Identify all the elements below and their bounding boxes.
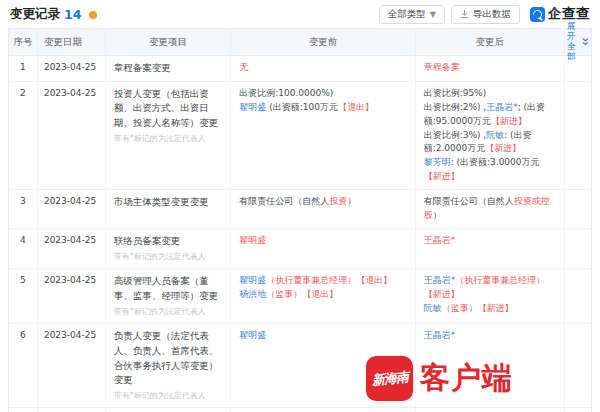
cell-text-segment: (出资额:100万元: [266, 102, 338, 112]
expand-cell: [564, 56, 591, 81]
header-col-before: 变更前: [230, 29, 414, 55]
cell-text-segment: 【新进】: [485, 143, 521, 153]
export-button[interactable]: 导出数据: [451, 5, 520, 24]
table-row: 72023-04-25财务负责人变更郝培霞 (财务负责人)黎芳明 (财务负责人): [9, 408, 591, 412]
change-date: 2023-04-25: [37, 190, 105, 228]
toolbar: 全部类型 ▼ 导出数据 企查查: [379, 5, 590, 24]
entity-link[interactable]: 杨洪地: [239, 289, 266, 299]
after-change-cell: 有限责任公司（自然人投资或控股）: [415, 190, 564, 228]
change-item-cell: 财务负责人变更: [105, 408, 231, 412]
cell-text-segment: 有限责任公司（自然人: [239, 196, 329, 206]
hot-dot-icon: [89, 11, 97, 19]
entity-link[interactable]: 翟明盛: [239, 275, 266, 285]
chevron-down-icon: ▼: [430, 10, 436, 19]
after-change-cell: 出资比例:95%)出资比例:2%) ,王晶岩*; (出资额:95.0000万元【…: [415, 82, 564, 190]
page-title: 变更记录: [10, 6, 60, 23]
xinhainan-logo-icon: 新海南: [366, 356, 413, 401]
change-date: 2023-04-25: [37, 56, 105, 81]
entity-link[interactable]: 王晶岩*: [424, 275, 456, 285]
cell-text-segment: 有限责任公司（自然人: [424, 196, 514, 206]
type-filter-label: 全部类型: [388, 8, 426, 21]
table-row: 22023-04-25投资人变更（包括出资额、出资方式、出资日期、投资人名称等）…: [9, 82, 591, 191]
change-item-cell: 高级管理人员备案（董事、监事、经理等）变更带有*标记的为法定代表人: [105, 269, 231, 323]
cell-text-segment: 王晶岩*: [424, 235, 456, 245]
record-count: 14: [64, 7, 81, 22]
cell-line: 有限责任公司（自然人投资）: [239, 195, 406, 209]
change-item-label: 市场主体类型变更变更: [114, 195, 223, 210]
entity-link[interactable]: 王晶岩*: [424, 330, 456, 340]
change-item-label: 章程备案变更: [114, 61, 223, 76]
cell-text-segment: ）: [433, 210, 442, 220]
header-col-date: 变更日期: [37, 29, 105, 55]
before-change-cell: 无: [230, 56, 414, 81]
header-col-item: 变更项目: [105, 29, 231, 55]
cell-line: 翟明盛 (出资额:100万元【退出】: [239, 101, 406, 115]
change-item-cell: 投资人变更（包括出资额、出资方式、出资日期、投资人名称等）变更带有*标记的为法定…: [105, 82, 231, 190]
entity-link[interactable]: 黎芳明: [424, 157, 451, 167]
entity-link[interactable]: 翟明盛: [239, 330, 266, 340]
qichacha-logo: 企查查: [530, 5, 590, 23]
change-date: 2023-04-25: [37, 324, 105, 407]
cell-line: 出资比例:2%) ,王晶岩*; (出资额:95.0000万元【新进】: [424, 101, 556, 129]
row-number: 5: [9, 269, 37, 323]
xinhainan-logo-text: 新海南: [371, 368, 409, 390]
entity-link[interactable]: 阮敏: [424, 303, 442, 313]
cell-text-segment: 章程备案: [424, 62, 460, 72]
row-number: 6: [9, 324, 37, 407]
entity-link[interactable]: 翟明盛: [239, 102, 266, 112]
row-number: 1: [9, 56, 37, 81]
cell-text-segment: 【新进】: [424, 289, 460, 299]
cell-text-segment: （监事）: [442, 303, 478, 313]
before-change-cell: 出资比例:100.0000%)翟明盛 (出资额:100万元【退出】: [230, 82, 414, 190]
cell-text-segment: 投资: [329, 196, 347, 206]
change-record-table: 序号 变更日期 变更项目 变更前 变更后 展开 全部 12023-04-25章程…: [8, 28, 592, 412]
after-change-cell: 王晶岩*: [415, 229, 564, 268]
cell-line: 黎芳明: (出资额:3.0000万元【新进】: [424, 156, 556, 184]
watermark-label: 客户端: [420, 358, 513, 399]
change-item-label: 投资人变更（包括出资额、出资方式、出资日期、投资人名称等）变更: [114, 87, 223, 131]
expand-cell: [564, 324, 591, 407]
cell-text-segment: （监事）: [266, 289, 302, 299]
before-change-cell: 翟明盛（执行董事兼总经理）【退出】杨洪地（监事）【退出】: [230, 269, 414, 323]
change-item-cell: 联络员备案变更带有*标记的为法定代表人: [105, 229, 231, 268]
table-header-row: 序号 变更日期 变更项目 变更前 变更后 展开 全部: [9, 29, 591, 56]
header-bar: 变更记录 14 全部类型 ▼ 导出数据 企查查: [0, 0, 600, 27]
cell-line: 阮敏（监事）【新进】: [424, 302, 556, 316]
cell-line: 王晶岩*（执行董事兼总经理）【新进】: [424, 274, 556, 302]
cell-line: 翟明盛（执行董事兼总经理）【退出】: [239, 274, 406, 288]
cell-line: 出资比例:3%) ,阮敏: (出资额:2.0000万元【新进】: [424, 129, 556, 157]
cell-text-segment: 无: [239, 62, 248, 72]
double-chevron-down-icon: [582, 37, 589, 47]
cell-text-segment: 翟明盛: [239, 235, 266, 245]
change-item-cell: 市场主体类型变更变更: [105, 190, 231, 228]
cell-line: 无: [239, 61, 406, 75]
watermark: 新海南 客户端: [366, 356, 513, 401]
row-number: 4: [9, 229, 37, 268]
cell-line: 王晶岩*: [424, 234, 556, 248]
cell-text-segment: 出资比例:100.0000%): [239, 88, 333, 98]
header-col-index: 序号: [9, 29, 37, 55]
cell-line: 王晶岩*: [424, 329, 556, 343]
change-date: 2023-04-25: [37, 408, 105, 412]
entity-link[interactable]: 阮敏: [486, 130, 504, 140]
cell-line: 杨洪地（监事）【退出】: [239, 288, 406, 302]
cell-text-segment: 【退出】: [302, 289, 338, 299]
cell-text-segment: 出资比例:2%) ,: [424, 102, 487, 112]
download-icon: [460, 10, 469, 19]
expand-all-label-1: 展开: [567, 22, 581, 42]
change-date: 2023-04-25: [37, 269, 105, 323]
cell-text-segment: 【退出】: [338, 102, 374, 112]
after-change-cell: 王晶岩*（执行董事兼总经理）【新进】阮敏（监事）【新进】: [415, 269, 564, 323]
row-number: 2: [9, 82, 37, 190]
change-item-cell: 负责人变更（法定代表人、负责人、首席代表、合伙事务执行人等变更）变更带有*标记的…: [105, 324, 231, 407]
entity-link[interactable]: 王晶岩*: [486, 102, 518, 112]
legal-rep-note: 带有*标记的为法定代表人: [114, 390, 223, 402]
cell-text-segment: 出资比例:3%) ,: [424, 130, 487, 140]
type-filter-button[interactable]: 全部类型 ▼: [379, 5, 445, 24]
change-date: 2023-04-25: [37, 82, 105, 190]
header-col-after: 变更后: [415, 29, 564, 55]
before-change-cell: 郝培霞 (财务负责人): [230, 408, 414, 412]
cell-line: 翟明盛: [239, 329, 406, 343]
expand-cell: [564, 269, 591, 323]
row-number: 7: [9, 408, 37, 412]
